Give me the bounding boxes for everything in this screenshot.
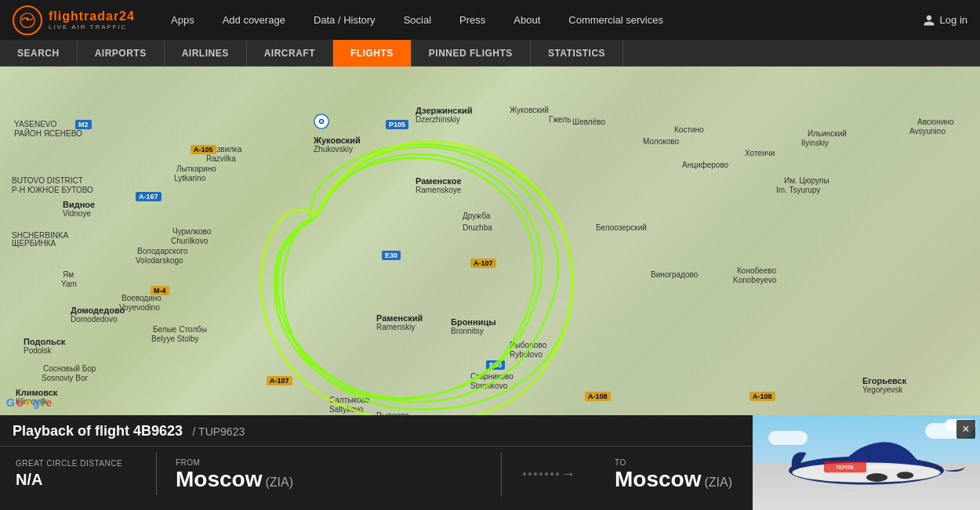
city-volodarskogo-en: Volodarskogo: [136, 256, 183, 265]
svg-text:ПОЧТА: ПОЧТА: [837, 465, 854, 470]
nav-social[interactable]: Social: [390, 0, 445, 40]
city-ilyinsky: Ильинский: [808, 129, 847, 138]
city-vinogradovo: Виноградово: [651, 270, 698, 279]
highway-a108b: A-108: [750, 392, 775, 401]
from-city-code: (ZIA): [265, 476, 293, 489]
login-label: Log in: [940, 14, 967, 26]
gcd-value: N/A: [16, 471, 140, 489]
google-watermark: G o o g l e: [6, 396, 52, 409]
highway-m2: M2: [75, 120, 92, 129]
city-belyye: Белые Столбы: [153, 325, 207, 334]
highway-a107b: A-107: [267, 376, 292, 385]
login-button[interactable]: Log in: [910, 0, 980, 40]
city-gzhel: Гжель: [549, 115, 571, 124]
logo-tagline: LIVE AIR TRAFFIC: [49, 24, 135, 31]
city-churilkovo: Чурилково: [172, 227, 211, 236]
city-molokovo: Молоково: [643, 137, 679, 146]
nav-search[interactable]: SEARCH: [0, 40, 78, 67]
svg-point-1: [26, 17, 29, 20]
city-dzerzhinskiy: Дзержинский: [416, 106, 472, 115]
map[interactable]: YASENEVO РАЙОН ЯСЕНЕВО BUTOVO DISTRICT Р…: [0, 67, 980, 415]
city-vidnoye: Видное: [63, 200, 95, 209]
svg-point-10: [866, 473, 887, 482]
city-vidnoye-en: Vidnoye: [63, 209, 91, 218]
city-yam-en: Yam: [61, 280, 77, 288]
nav-airports[interactable]: AIRPORTS: [78, 40, 165, 67]
nav-commercial[interactable]: Commercial services: [554, 0, 677, 40]
from-label: FROM: [176, 458, 482, 467]
highway-a108: A-108: [585, 392, 611, 401]
nav-apps[interactable]: Apps: [157, 0, 209, 40]
nav-data-history[interactable]: Data / History: [299, 0, 390, 40]
nav-links: Apps Add coverage Data / History Social …: [157, 0, 910, 40]
nav-pinned[interactable]: PINNED FLIGHTS: [412, 40, 531, 67]
secondary-navigation: SEARCH AIRPORTS AIRLINES AIRCRAFT FLIGHT…: [0, 40, 980, 67]
playback-subtitle: / TUP9623: [193, 425, 245, 438]
top-navigation: flightradar24 LIVE AIR TRAFFIC Apps Add …: [0, 0, 980, 40]
city-avsuunino-en: Avsyunino: [909, 127, 946, 136]
city-zhukovskiy: Жуковский: [314, 136, 361, 145]
city-yaseneyo-district: РАЙОН ЯСЕНЕВО: [14, 129, 82, 138]
city-starnikovo: Старниково: [470, 372, 514, 381]
city-podolsk-en: Podolsk: [24, 346, 52, 355]
city-podolsk: Подольск: [24, 337, 65, 346]
gcd-label: GREAT CIRCLE DISTANCE: [16, 459, 140, 468]
city-avsuunino: Авсюнино: [917, 118, 954, 126]
plane-marker[interactable]: [314, 114, 329, 129]
city-voyevodino-en: Voyevodino: [119, 303, 160, 312]
city-belyye-en: Belyye Stolby: [151, 335, 199, 343]
svg-point-11: [897, 472, 914, 479]
city-tsyrupy: Им. Цюрупы: [784, 176, 829, 185]
highway-a105: A-105: [191, 145, 216, 154]
logo-icon: [13, 5, 42, 35]
city-ramenskoye-en: Ramenskoye: [416, 186, 461, 194]
city-bronnitsy-en: Bronnitsy: [451, 327, 484, 335]
playback-body: GREAT CIRCLE DISTANCE N/A FROM Moscow (Z…: [0, 447, 753, 501]
from-section: FROM Moscow (ZIA): [157, 452, 502, 497]
svg-point-4: [320, 120, 322, 122]
city-khoteichi: Хотеичи: [745, 149, 775, 157]
city-druzhba: Дружба: [463, 212, 490, 220]
city-shevelevo: Шевлёво: [572, 118, 605, 126]
city-kostino: Костино: [674, 125, 704, 134]
city-yam: Ям: [63, 270, 74, 279]
logo[interactable]: flightradar24 LIVE AIR TRAFFIC: [0, 5, 157, 35]
logo-text: flightradar24 LIVE AIR TRAFFIC: [49, 9, 135, 31]
city-razvilka-en: Razvilka: [206, 154, 236, 163]
city-tsyrupy-en: Im. Tsyurupy: [776, 186, 821, 194]
nav-about[interactable]: About: [499, 0, 554, 40]
city-yegoryevsk-en: Yegoryevsk: [862, 385, 902, 394]
city-domodedovo: Домодедово: [71, 306, 125, 315]
nav-press[interactable]: Press: [445, 0, 499, 40]
from-city-name: Moscow: [176, 468, 262, 490]
nav-airlines[interactable]: AIRLINES: [165, 40, 247, 67]
to-city-code: (ZIA): [704, 476, 732, 489]
flight-arrow: →: [523, 466, 575, 483]
city-zhukovsky-main: Жуковский: [510, 106, 549, 114]
city-bronnitsy: Бронницы: [451, 317, 496, 327]
city-druzhba-en: Druzhba: [463, 223, 492, 232]
highway-e30b: E30: [486, 360, 505, 370]
city-antsiferovo: Анциферово: [682, 161, 728, 169]
highway-a167: A-167: [136, 192, 162, 201]
city-yasenevo: YASENEVO: [14, 120, 56, 128]
close-button[interactable]: ×: [956, 420, 975, 439]
nav-add-coverage[interactable]: Add coverage: [209, 0, 299, 40]
bottom-panel: Playback of flight 4B9623 / TUP9623 GREA…: [0, 415, 753, 510]
city-south-butovo2: Р-Н ЮЖНОЕ БУТОВО: [12, 186, 93, 194]
city-yegoryevsk: Егорьевск: [862, 376, 906, 385]
city-ilyinsky-en: Ilyinskiy: [801, 139, 829, 147]
city-zhukovskiy-en: Zhukovskiy: [314, 145, 353, 154]
nav-flights[interactable]: FLIGHTS: [333, 40, 412, 67]
gcd-section: GREAT CIRCLE DISTANCE N/A: [0, 453, 157, 495]
city-south-butovo: BUTOVO DISTRICT: [12, 176, 83, 185]
highway-p105: P105: [386, 120, 408, 129]
city-rybolovo-en: Rybolovo: [510, 350, 543, 359]
city-sosnoviy: Сосновый Бор: [43, 364, 96, 373]
city-saltykovo: Салтыково: [329, 396, 369, 404]
nav-statistics[interactable]: STATISTICS: [531, 40, 623, 67]
nav-aircraft[interactable]: AIRCRAFT: [247, 40, 333, 67]
to-section: TO Moscow (ZIA): [596, 452, 753, 497]
city-ramenskoye: Раменское: [416, 176, 462, 186]
city-konobeyevo: Конобеево: [737, 266, 776, 275]
